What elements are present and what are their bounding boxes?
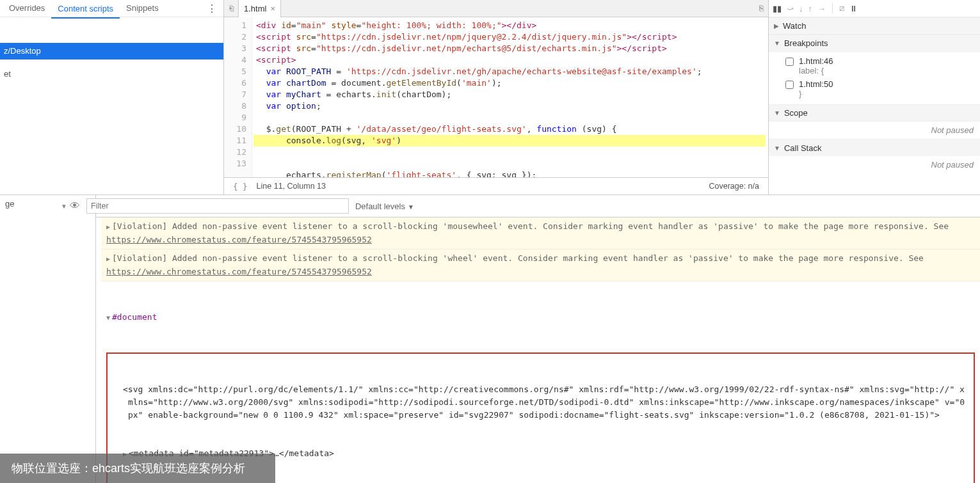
violation-link[interactable]: https://www.chromestatus.com/feature/574… bbox=[106, 235, 372, 244]
callstack-header[interactable]: ▼ Call Stack bbox=[769, 139, 980, 156]
watch-header[interactable]: ▶ Watch bbox=[769, 17, 980, 35]
tab-snippets[interactable]: Snippets bbox=[120, 0, 165, 17]
console-area: ▼ 👁 Default levels▼ ▶[Violation] Added n… bbox=[96, 195, 980, 483]
video-caption: 物联位置选座：ehcarts实现航班选座案例分析 bbox=[0, 454, 275, 483]
file-tab-label: 1.html bbox=[244, 0, 266, 17]
step-out-icon[interactable]: ↑ bbox=[808, 4, 813, 13]
pause-on-exceptions-icon[interactable]: ⏸ bbox=[849, 4, 858, 13]
scope-not-paused: Not paused bbox=[769, 122, 980, 139]
section-scope: ▼ Scope Not paused bbox=[769, 104, 980, 139]
file-tree: z/Desktop et bbox=[0, 43, 223, 194]
callstack-not-paused: Not paused bbox=[769, 156, 980, 173]
step-into-icon[interactable]: ↓ bbox=[799, 4, 803, 13]
gutter: 123 456 789 101112 13 bbox=[224, 17, 252, 177]
chevron-right-icon[interactable]: ▶ bbox=[106, 223, 110, 230]
section-call-stack: ▼ Call Stack Not paused bbox=[769, 139, 980, 173]
file-tab[interactable]: 1.html × bbox=[238, 0, 281, 17]
more-tabs-icon[interactable]: ⋮ bbox=[200, 3, 223, 15]
scope-header[interactable]: ▼ Scope bbox=[769, 104, 980, 122]
section-watch: ▶ Watch bbox=[769, 17, 980, 35]
editor-area: ⎗ 1.html × ⎘ 123 456 789 101112 13 <div … bbox=[224, 0, 769, 194]
filter-input[interactable] bbox=[86, 198, 349, 214]
coverage-label: Coverage: n/a bbox=[709, 182, 759, 191]
console-sidebar: ge bbox=[0, 195, 96, 483]
tree-item-desktop[interactable]: z/Desktop bbox=[0, 43, 223, 59]
console-sidebar-item[interactable]: ge bbox=[5, 199, 14, 209]
cursor-position: Line 11, Column 13 bbox=[257, 182, 326, 191]
code-editor[interactable]: 123 456 789 101112 13 <div id="main" sty… bbox=[224, 17, 768, 177]
chevron-down-icon: ▼ bbox=[774, 145, 780, 152]
violation-link[interactable]: https://www.chromestatus.com/feature/574… bbox=[106, 267, 372, 276]
console-warning: ▶[Violation] Added non-passive event lis… bbox=[101, 249, 980, 281]
debug-panel: ▮▮ ⤻ ↓ ↑ → ⧄ ⏸ ▶ Watch ▼ Breakpoints bbox=[769, 0, 980, 194]
levels-dropdown[interactable]: Default levels▼ bbox=[355, 202, 414, 211]
chevron-down-icon: ▼ bbox=[774, 40, 780, 47]
top-row: Overrides Content scripts Snippets ⋮ z/D… bbox=[0, 0, 980, 195]
sources-tabs: Overrides Content scripts Snippets ⋮ bbox=[0, 0, 223, 17]
chevron-down-icon[interactable]: ▼ bbox=[106, 314, 110, 321]
chevron-right-icon: ▶ bbox=[774, 22, 779, 29]
breakpoint-item[interactable]: 1.html:50 } bbox=[785, 77, 975, 100]
eye-icon[interactable]: 👁 bbox=[70, 200, 80, 212]
chevron-right-icon[interactable]: ▶ bbox=[106, 255, 110, 262]
step-over-icon[interactable]: ⤻ bbox=[787, 4, 794, 13]
breakpoint-checkbox[interactable] bbox=[785, 58, 794, 66]
step-icon[interactable]: → bbox=[817, 4, 826, 13]
console-log-output: ▼#document <svg xmlns:dc="http://purl.or… bbox=[101, 281, 980, 483]
tab-content-scripts[interactable]: Content scripts bbox=[51, 1, 120, 19]
section-breakpoints: ▼ Breakpoints 1.html:46 label: { 1.html:… bbox=[769, 35, 980, 104]
format-icon[interactable]: { } bbox=[233, 182, 248, 191]
sources-sidebar: Overrides Content scripts Snippets ⋮ z/D… bbox=[0, 0, 224, 194]
breakpoints-header[interactable]: ▼ Breakpoints bbox=[769, 35, 980, 52]
pause-icon[interactable]: ▮▮ bbox=[773, 4, 782, 13]
breakpoint-checkbox[interactable] bbox=[785, 81, 794, 89]
editor-statusbar: { } Line 11, Column 13 Coverage: n/a bbox=[224, 177, 768, 194]
console-warning: ▶[Violation] Added non-passive event lis… bbox=[101, 218, 980, 249]
debug-toolbar: ▮▮ ⤻ ↓ ↑ → ⧄ ⏸ bbox=[769, 0, 980, 17]
close-tab-icon[interactable]: × bbox=[270, 0, 275, 17]
chevron-down-icon: ▼ bbox=[774, 109, 780, 116]
code-body[interactable]: <div id="main" style="height: 100%; widt… bbox=[252, 17, 768, 177]
console-toolbar: ▼ 👁 Default levels▼ bbox=[96, 195, 980, 218]
chevron-down-icon[interactable]: ▼ bbox=[61, 203, 67, 210]
breakpoint-item[interactable]: 1.html:46 label: { bbox=[785, 54, 975, 77]
nav-next-icon[interactable]: ⎘ bbox=[754, 4, 768, 13]
console-body[interactable]: ▶[Violation] Added non-passive event lis… bbox=[96, 218, 980, 483]
deactivate-bp-icon[interactable]: ⧄ bbox=[839, 3, 844, 13]
nav-prev-icon[interactable]: ⎗ bbox=[224, 4, 238, 13]
tab-overrides[interactable]: Overrides bbox=[3, 0, 51, 17]
tree-item-et[interactable]: et bbox=[0, 66, 223, 83]
editor-tabbar: ⎗ 1.html × ⎘ bbox=[224, 0, 768, 17]
